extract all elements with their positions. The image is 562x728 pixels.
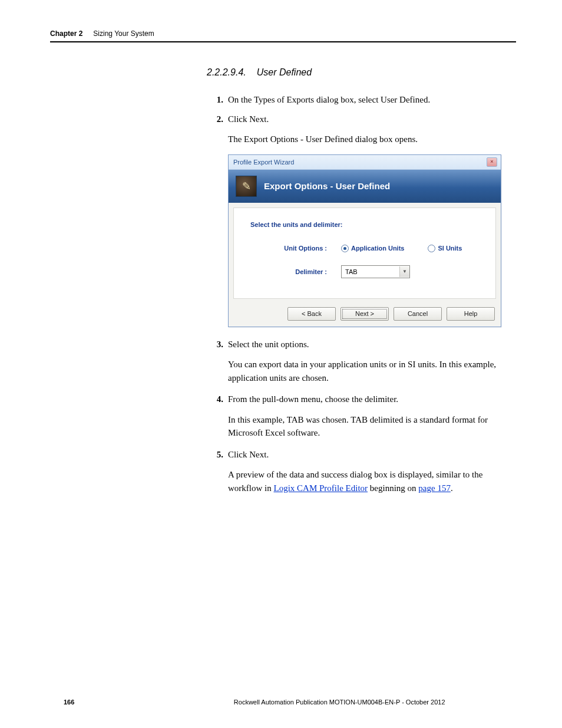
step-sub: A preview of the data and success dialog…: [228, 468, 516, 495]
dialog-instruction: Select the units and delimiter:: [250, 221, 479, 228]
radio-application-units[interactable]: Application Units: [341, 245, 404, 252]
step-text: From the pull-down menu, choose the deli…: [228, 393, 516, 406]
step-number: 4.: [207, 393, 228, 406]
dialog-titlebar: Profile Export Wizard ×: [229, 155, 501, 170]
delimiter-combo[interactable]: TAB ▼: [341, 265, 410, 278]
step-text: Click Next.: [228, 113, 516, 126]
step-text: Click Next.: [228, 448, 516, 462]
step-number: 3.: [207, 338, 228, 351]
radio-si-units[interactable]: SI Units: [428, 245, 462, 252]
dialog-window-title: Profile Export Wizard: [233, 159, 294, 166]
section-heading: 2.2.2.9.4.User Defined: [207, 67, 516, 78]
step-number: 2.: [207, 113, 228, 126]
chapter-title: Sizing Your System: [93, 29, 154, 38]
link-logix-cam-profile-editor[interactable]: Logix CAM Profile Editor: [274, 483, 368, 493]
close-icon[interactable]: ×: [487, 157, 497, 167]
wizard-icon: ✎: [236, 176, 257, 197]
radio-label: SI Units: [438, 245, 462, 252]
help-button[interactable]: Help: [447, 307, 495, 321]
dialog-banner-title: Export Options - User Defined: [264, 181, 390, 191]
chapter-label: Chapter 2: [50, 29, 82, 38]
link-page-157[interactable]: page 157: [418, 483, 451, 493]
step-number: 5.: [207, 448, 228, 462]
section-number: 2.2.2.9.4.: [207, 67, 246, 77]
dialog-banner: ✎ Export Options - User Defined: [229, 170, 501, 203]
step-text: On the Types of Exports dialog box, sele…: [228, 93, 516, 107]
delimiter-label: Delimiter :: [250, 268, 341, 275]
section-title: User Defined: [257, 67, 312, 77]
step-text: Select the unit options.: [228, 338, 516, 351]
delimiter-value: TAB: [342, 268, 399, 275]
step-number: 1.: [207, 93, 228, 107]
page-footer: 166 Rockwell Automation Publication MOTI…: [64, 699, 516, 706]
unit-options-label: Unit Options :: [250, 245, 341, 252]
step-sub: In this example, TAB was chosen. TAB del…: [228, 413, 516, 440]
cancel-button[interactable]: Cancel: [394, 307, 442, 321]
page-header: Chapter 2 Sizing Your System: [50, 29, 516, 42]
publication-line: Rockwell Automation Publication MOTION-U…: [163, 699, 516, 706]
back-button[interactable]: < Back: [287, 307, 336, 321]
step-sub: You can export data in your application …: [228, 358, 516, 384]
chevron-down-icon: ▼: [399, 266, 409, 277]
next-button[interactable]: Next >: [340, 307, 389, 321]
dialog-body: Select the units and delimiter: Unit Opt…: [233, 207, 496, 299]
dialog-buttons: < Back Next > Cancel Help: [229, 304, 501, 327]
profile-export-wizard-dialog: Profile Export Wizard × ✎ Export Options…: [228, 154, 501, 327]
page-number: 166: [64, 699, 74, 706]
step-sub-part: beginning on: [368, 483, 418, 493]
radio-label: Application Units: [351, 245, 404, 252]
radio-dot-icon: [341, 245, 349, 252]
radio-dot-icon: [428, 245, 435, 252]
step-sub: The Export Options - User Defined dialog…: [228, 133, 516, 146]
step-sub-part: .: [451, 483, 453, 493]
